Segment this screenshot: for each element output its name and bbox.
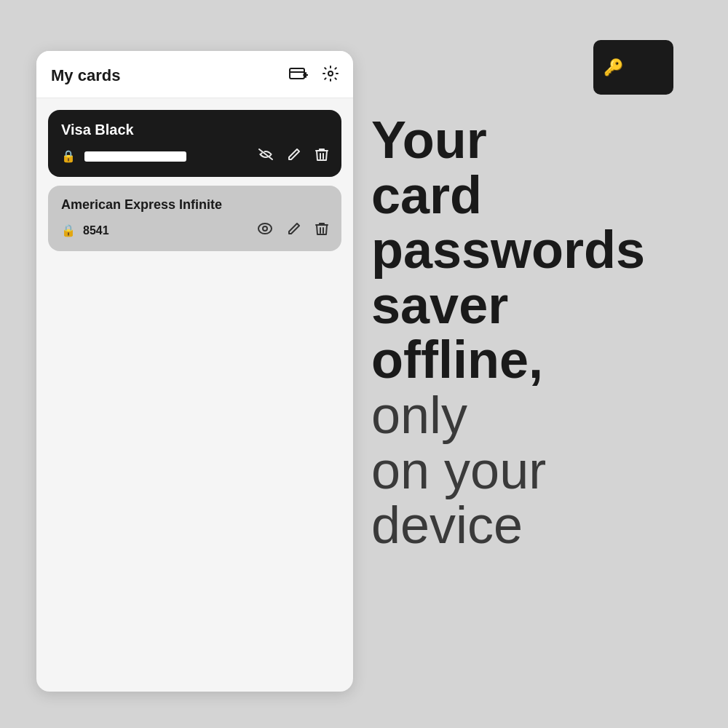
svg-rect-0 [290,68,304,79]
promo-line4: saver [371,278,692,333]
password-bar-visa [84,151,186,162]
cards-list: Visa Black 🔒 [36,98,353,263]
visa-actions [258,147,328,165]
app-icon: 🔑 [593,40,673,95]
svg-point-4 [328,71,333,76]
add-card-icon[interactable] [289,66,308,86]
amex-actions [257,221,328,240]
amex-card: American Express Infinite 🔒 8541 [48,186,341,251]
lock-icon-amex: 🔒 [61,223,76,237]
delete-icon-visa[interactable] [315,147,328,165]
amex-name: American Express Infinite [61,197,328,213]
amex-row: 🔒 8541 [61,221,328,240]
page-title: My cards [51,66,120,85]
promo-text-block: Your card passwords saver offline, only … [371,113,692,553]
key-icon: 🔑 [604,58,623,77]
show-icon-amex[interactable] [257,223,273,238]
visa-black-card: Visa Black 🔒 [48,110,341,177]
svg-point-5 [258,223,272,234]
edit-icon-amex[interactable] [288,222,301,239]
phone-mockup: My cards Visa Black [36,51,353,692]
promo-line2: card [371,168,692,223]
visa-black-name: Visa Black [61,122,328,138]
amex-number: 8541 [83,224,109,237]
edit-icon-visa[interactable] [288,148,301,165]
header-actions [289,66,339,86]
promo-line8: device [371,498,692,553]
visa-black-row: 🔒 [61,147,328,165]
promo-line1: Your [371,113,692,168]
header: My cards [36,51,353,98]
promo-line3: passwords [371,223,692,278]
hide-icon-visa[interactable] [258,149,273,164]
promo-line5: offline, [371,333,692,388]
svg-point-6 [263,226,267,231]
lock-icon-visa: 🔒 [61,149,76,163]
settings-icon[interactable] [323,66,339,86]
promo-line7: on your [371,443,692,499]
delete-icon-amex[interactable] [315,221,328,240]
promo-line6: only [371,388,692,443]
